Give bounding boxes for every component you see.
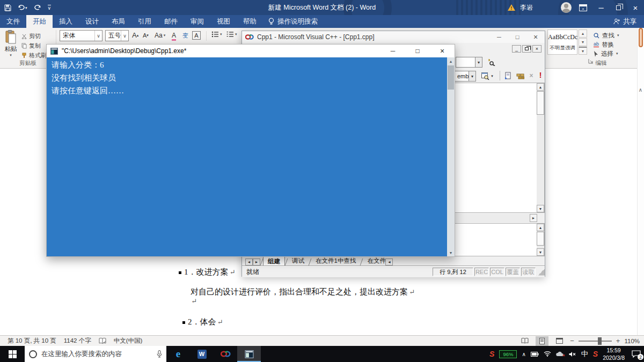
tray-expand-icon[interactable]: ∧ <box>522 351 525 357</box>
console-maximize-button[interactable]: □ <box>405 45 430 57</box>
restore-button[interactable] <box>610 0 627 15</box>
replace-button[interactable]: ab 替换 <box>594 40 614 49</box>
word-count[interactable]: 1142 个字 <box>64 337 91 345</box>
vcpp-minimize-button[interactable]: ─ <box>490 31 508 43</box>
format-painter-button[interactable]: 格式刷 <box>21 51 47 60</box>
taskbar-vcpp-button[interactable] <box>214 346 237 362</box>
editor-scroll-thumb[interactable] <box>537 91 544 115</box>
tabs-scroll-left2[interactable]: ◄ <box>385 258 393 265</box>
grow-font-button[interactable]: A▴ <box>132 31 138 39</box>
styles-scroll-down[interactable]: ▾ <box>579 38 587 46</box>
font-size-combo[interactable]: 五号 ∨ <box>105 30 129 41</box>
tab-review[interactable]: 审阅 <box>184 15 210 28</box>
scroll-down-button[interactable]: ▼ <box>447 249 455 256</box>
shrink-font-button[interactable]: A▾ <box>143 32 149 39</box>
build-button[interactable] <box>515 70 525 81</box>
font-size-dropdown-icon[interactable]: ∨ <box>121 31 128 41</box>
tabs-scroll-right[interactable]: ► <box>253 258 260 265</box>
output-tab-build[interactable]: 组建 <box>263 256 285 266</box>
tab-references[interactable]: 引用 <box>131 15 158 28</box>
avatar[interactable] <box>561 2 572 13</box>
read-mode-button[interactable] <box>518 336 531 346</box>
execute-program-button[interactable]: ! <box>537 70 544 80</box>
tell-me-search[interactable]: 操作说明搜索 <box>263 15 323 28</box>
clear-formatting-button[interactable]: A <box>172 32 176 41</box>
mdi-minimize-button[interactable]: _ <box>512 45 521 53</box>
scroll-right-button[interactable]: ► <box>530 214 537 222</box>
tab-layout[interactable]: 布局 <box>105 15 131 28</box>
find-button[interactable]: 查找 ▾ <box>594 31 619 40</box>
zoom-level[interactable]: 110% <box>624 338 640 344</box>
output-vscrollbar[interactable]: ▲ ▼ <box>537 224 544 256</box>
output-tab-find1[interactable]: 在文件1中查找 <box>311 256 360 266</box>
tabs-scroll-left[interactable]: ◄ <box>245 258 253 265</box>
account-user-name[interactable]: 李岩 <box>520 3 533 12</box>
tab-mailings[interactable]: 邮件 <box>158 15 184 28</box>
styles-more-button[interactable]: ▾ <box>579 47 587 55</box>
tab-view[interactable]: 视图 <box>210 15 237 28</box>
find-combo-arrow[interactable]: ▾ <box>475 57 482 67</box>
scroll-down-button[interactable]: ▼ <box>537 205 544 212</box>
sogou-icon[interactable]: S <box>489 350 494 358</box>
tab-insert[interactable]: 插入 <box>53 15 79 28</box>
vcpp-maximize-button[interactable]: □ <box>508 31 526 43</box>
battery-percent-badge[interactable]: 96% <box>499 350 517 358</box>
taskbar-console-button[interactable] <box>237 346 261 362</box>
numbering-button[interactable]: ▾ <box>226 31 237 38</box>
page-indicator[interactable]: 第 10 页, 共 10 页 <box>8 337 56 345</box>
sogou-tray-icon[interactable]: S <box>593 350 598 358</box>
console-close-button[interactable]: × <box>430 45 455 57</box>
wifi-icon[interactable] <box>544 351 551 357</box>
microphone-icon[interactable] <box>157 350 162 358</box>
scroll-up-button[interactable]: ▲ <box>537 224 544 231</box>
qat-customize-button[interactable]: ∨ <box>48 5 52 11</box>
font-name-combo[interactable]: 宋体 ∨ <box>60 30 103 41</box>
editor-vscrollbar[interactable]: ▲ ▼ <box>537 83 544 212</box>
bullets-button[interactable]: ▾ <box>211 31 222 38</box>
paste-button[interactable]: 粘贴 ▾ <box>3 30 18 57</box>
zoom-slider-track[interactable] <box>579 341 612 342</box>
tab-home[interactable]: 开始 <box>26 15 53 28</box>
close-button[interactable]: × <box>627 0 644 15</box>
minimize-button[interactable]: ─ <box>592 0 610 15</box>
character-border-button[interactable]: A <box>192 31 201 40</box>
battery-icon[interactable] <box>531 352 539 357</box>
taskbar-clock[interactable]: 15:59 2020/3/8 <box>603 346 625 361</box>
output-tab-find2[interactable]: 在文件 <box>363 256 385 266</box>
warning-icon[interactable] <box>507 4 516 11</box>
output-scroll-thumb[interactable] <box>537 232 544 246</box>
select-button[interactable]: 选择 ▾ <box>594 49 618 58</box>
start-button[interactable] <box>0 346 25 362</box>
ime-indicator[interactable]: 中 <box>581 349 588 359</box>
share-button[interactable]: 共享 <box>606 15 644 28</box>
web-layout-button[interactable] <box>553 336 566 346</box>
vcpp-close-button[interactable]: × <box>526 31 545 43</box>
word-vertical-scrollbar[interactable] <box>637 28 644 335</box>
wizardbar-member-combo[interactable]: emb ▾ <box>455 71 476 82</box>
scroll-up-button[interactable]: ▲ <box>537 83 544 91</box>
zoom-slider-thumb[interactable] <box>598 337 602 345</box>
redo-button[interactable] <box>34 4 41 11</box>
styles-scroll-up[interactable]: ▴ <box>579 29 587 38</box>
zoom-out-button[interactable]: − <box>570 337 574 345</box>
notification-center-button[interactable]: 2 <box>632 350 641 358</box>
console-minimize-button[interactable]: ─ <box>380 45 405 57</box>
onedrive-icon[interactable]: × <box>556 351 564 357</box>
word-scrollbar-thumb[interactable] <box>639 28 643 47</box>
find-combo[interactable]: ▾ <box>456 57 482 68</box>
mdi-close-button[interactable]: × <box>532 45 541 53</box>
mdi-restore-button[interactable] <box>522 45 531 53</box>
paste-dropdown-icon[interactable]: ▾ <box>3 53 18 57</box>
taskbar-word-button[interactable]: W <box>190 346 214 362</box>
console-scrollbar[interactable]: ▲ ▼ <box>447 57 455 256</box>
tab-design[interactable]: 设计 <box>79 15 105 28</box>
stop-build-button[interactable]: × <box>526 70 536 81</box>
taskbar-edge-button[interactable]: e <box>166 346 190 362</box>
style-gallery-item[interactable]: AaBbCcDc 不明显强调 <box>547 29 577 55</box>
save-icon[interactable] <box>4 4 11 11</box>
scroll-down-button[interactable]: ▼ <box>537 248 544 256</box>
wizardbar-combo-arrow[interactable]: ▾ <box>469 71 475 81</box>
zoom-in-button[interactable]: + <box>616 337 620 345</box>
collapse-ribbon-button[interactable]: ∧ <box>639 87 642 93</box>
font-name-dropdown-icon[interactable]: ∨ <box>94 31 102 41</box>
